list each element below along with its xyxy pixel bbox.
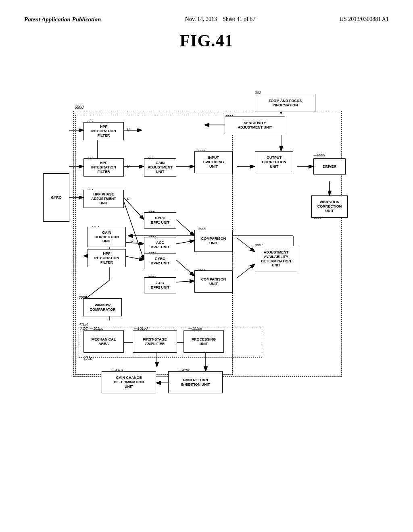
diagram: 6808 6807p GYRO —301 HPFINTEGRATIONFILTE…: [31, 62, 382, 498]
block-hpf-int-lower: HPFINTEGRATIONFILTER: [88, 249, 126, 267]
sheet-label: Sheet 41 of 67: [223, 16, 255, 22]
theta-301: θ: [127, 127, 129, 132]
block-3902: ACCBPF1 UNIT: [144, 237, 176, 253]
block-3904: ACCBPF2 UNIT: [144, 277, 176, 293]
block-301: HPFINTEGRATIONFILTER: [83, 122, 124, 140]
block-311: GAINADJUSTMENTUNIT: [144, 158, 176, 177]
omega-304: ω: [127, 196, 131, 201]
block-4104: GAINCORRECTIONUNIT: [88, 227, 126, 247]
block-3907: ADJUSTMENTAVAILABILITYDETERMINATIONUNIT: [255, 246, 297, 272]
header-center: Nov. 14, 2013 Sheet 41 of 67: [185, 16, 255, 23]
block-3908: INPUTSWITCHINGUNIT: [194, 151, 233, 173]
block-305: WINDOWCOMPARATOR: [83, 298, 122, 316]
block-310: HPFINTEGRATIONFILTER: [83, 158, 124, 177]
block-output-corr-upper: OUTPUTCORRECTIONUNIT: [255, 151, 293, 173]
block-driver: DRIVER: [313, 158, 346, 175]
arrow-first-gain: [155, 353, 163, 369]
label-101p: 101p: [83, 356, 92, 360]
block-first-stage: FIRST-STAGEAMPLIFIER: [133, 330, 177, 353]
ref-6809: —6809: [313, 153, 325, 157]
block-zoom: ZOOM AND FOCUSINFORMATION: [255, 94, 315, 112]
block-3905: COMPARISONUNIT: [194, 230, 233, 252]
page-header: Patent Application Publication Nov. 14, …: [24, 16, 389, 23]
acc-label: ACC: [80, 326, 88, 330]
block-processing: PROCESSINGUNIT: [184, 330, 224, 353]
block-3901: GYROBPF1 UNIT: [144, 212, 176, 229]
theta-310: θ: [127, 164, 129, 169]
block-304: HPF PHASEADJUSTMENTUNIT: [83, 190, 124, 208]
ref-101pe: —101pe: [188, 326, 202, 330]
block-3906: COMPARISONUNIT: [194, 270, 233, 293]
patent-number: US 2013/0300881 A1: [340, 16, 389, 23]
ref-101pd: —101pd: [134, 326, 148, 330]
v-label: V: [130, 239, 133, 244]
block-3903: GYROBPF2 UNIT: [144, 253, 176, 269]
publication-label: Patent Application Publication: [24, 16, 101, 23]
block-vibration: VIBRATIONCORRECTIONUNIT: [311, 195, 348, 218]
figure-title: FIG.41: [24, 31, 389, 50]
block-303: SENSITIVITYADJUSTMENT UNIT: [225, 116, 285, 134]
block-gyro: GYRO: [43, 173, 69, 222]
label-6808: 6808: [75, 105, 83, 110]
arrow-proc-return: [204, 352, 212, 372]
block-gain-change: GAIN CHANGEDETERMINATIONUNIT: [102, 371, 156, 393]
ref-101pc: —101pc: [90, 326, 103, 330]
block-gain-return: GAIN RETURNINHIBITION UNIT: [168, 371, 223, 393]
date-label: Nov. 14, 2013: [185, 16, 217, 22]
block-mech: MECHANICALAREA: [83, 330, 124, 353]
